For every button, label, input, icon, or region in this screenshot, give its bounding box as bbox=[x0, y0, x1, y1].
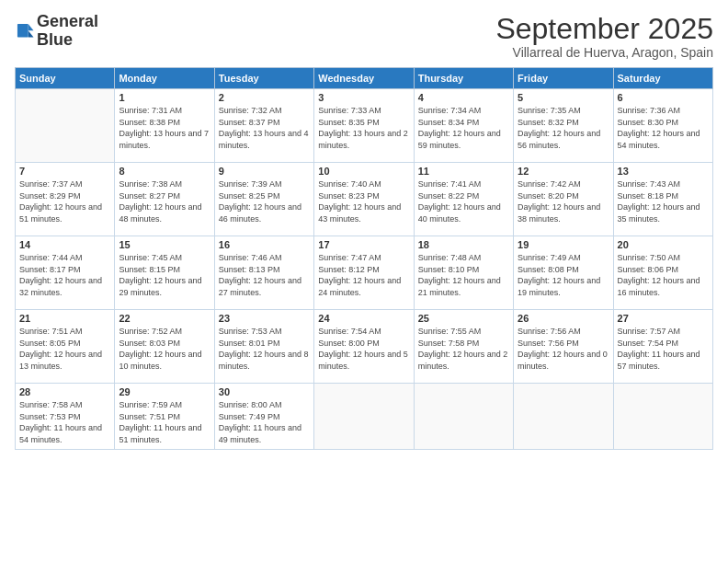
calendar-cell: 21Sunrise: 7:51 AM Sunset: 8:05 PM Dayli… bbox=[16, 310, 115, 384]
col-saturday: Saturday bbox=[613, 68, 712, 89]
day-number: 18 bbox=[418, 239, 509, 250]
calendar-week-3: 21Sunrise: 7:51 AM Sunset: 8:05 PM Dayli… bbox=[16, 310, 713, 384]
day-info: Sunrise: 7:55 AM Sunset: 7:58 PM Dayligh… bbox=[418, 326, 509, 372]
day-info: Sunrise: 7:58 AM Sunset: 7:53 PM Dayligh… bbox=[19, 399, 110, 445]
day-info: Sunrise: 7:33 AM Sunset: 8:35 PM Dayligh… bbox=[318, 105, 409, 151]
day-info: Sunrise: 7:48 AM Sunset: 8:10 PM Dayligh… bbox=[418, 252, 509, 298]
svg-marker-0 bbox=[28, 24, 34, 30]
day-number: 12 bbox=[518, 166, 609, 177]
day-info: Sunrise: 7:41 AM Sunset: 8:22 PM Dayligh… bbox=[418, 178, 509, 224]
day-number: 17 bbox=[318, 239, 409, 250]
calendar-cell bbox=[613, 384, 712, 449]
day-number: 20 bbox=[618, 239, 709, 250]
calendar-cell: 22Sunrise: 7:52 AM Sunset: 8:03 PM Dayli… bbox=[115, 310, 214, 384]
day-info: Sunrise: 7:40 AM Sunset: 8:23 PM Dayligh… bbox=[318, 178, 409, 224]
day-number: 4 bbox=[418, 92, 509, 103]
day-info: Sunrise: 7:35 AM Sunset: 8:32 PM Dayligh… bbox=[518, 105, 609, 151]
calendar-cell: 27Sunrise: 7:57 AM Sunset: 7:54 PM Dayli… bbox=[613, 310, 712, 384]
day-number: 27 bbox=[618, 313, 709, 324]
calendar-cell: 6Sunrise: 7:36 AM Sunset: 8:30 PM Daylig… bbox=[613, 89, 712, 163]
title-block: September 2025 Villarreal de Huerva, Ara… bbox=[495, 13, 713, 60]
col-friday: Friday bbox=[514, 68, 613, 89]
day-info: Sunrise: 7:54 AM Sunset: 8:00 PM Dayligh… bbox=[318, 326, 409, 372]
day-info: Sunrise: 7:56 AM Sunset: 7:56 PM Dayligh… bbox=[518, 326, 609, 372]
day-number: 6 bbox=[618, 92, 709, 103]
day-number: 5 bbox=[518, 92, 609, 103]
calendar-week-1: 7Sunrise: 7:37 AM Sunset: 8:29 PM Daylig… bbox=[16, 163, 713, 236]
calendar-cell: 3Sunrise: 7:33 AM Sunset: 8:35 PM Daylig… bbox=[314, 89, 414, 163]
day-info: Sunrise: 7:49 AM Sunset: 8:08 PM Dayligh… bbox=[518, 252, 609, 298]
header-row: Sunday Monday Tuesday Wednesday Thursday… bbox=[16, 68, 713, 89]
calendar-cell: 16Sunrise: 7:46 AM Sunset: 8:13 PM Dayli… bbox=[214, 236, 313, 310]
day-number: 23 bbox=[219, 313, 310, 324]
calendar-cell: 18Sunrise: 7:48 AM Sunset: 8:10 PM Dayli… bbox=[414, 236, 513, 310]
calendar-cell: 28Sunrise: 7:58 AM Sunset: 7:53 PM Dayli… bbox=[16, 384, 115, 449]
day-info: Sunrise: 7:38 AM Sunset: 8:27 PM Dayligh… bbox=[119, 178, 210, 224]
calendar-cell: 15Sunrise: 7:45 AM Sunset: 8:15 PM Dayli… bbox=[115, 236, 214, 310]
day-info: Sunrise: 7:34 AM Sunset: 8:34 PM Dayligh… bbox=[418, 105, 509, 151]
calendar-cell bbox=[514, 384, 613, 449]
day-number: 26 bbox=[518, 313, 609, 324]
day-info: Sunrise: 8:00 AM Sunset: 7:49 PM Dayligh… bbox=[219, 399, 310, 445]
day-info: Sunrise: 7:59 AM Sunset: 7:51 PM Dayligh… bbox=[119, 399, 210, 445]
day-info: Sunrise: 7:51 AM Sunset: 8:05 PM Dayligh… bbox=[19, 326, 110, 372]
calendar-cell: 10Sunrise: 7:40 AM Sunset: 8:23 PM Dayli… bbox=[314, 163, 414, 236]
calendar-cell: 4Sunrise: 7:34 AM Sunset: 8:34 PM Daylig… bbox=[414, 89, 513, 163]
col-tuesday: Tuesday bbox=[214, 68, 313, 89]
calendar-week-4: 28Sunrise: 7:58 AM Sunset: 7:53 PM Dayli… bbox=[16, 384, 713, 449]
logo-text: General Blue bbox=[37, 13, 98, 50]
day-number: 25 bbox=[418, 313, 509, 324]
day-number: 3 bbox=[318, 92, 409, 103]
location: Villarreal de Huerva, Aragon, Spain bbox=[495, 45, 713, 60]
day-number: 14 bbox=[19, 239, 110, 250]
svg-marker-1 bbox=[28, 30, 34, 37]
calendar-cell: 23Sunrise: 7:53 AM Sunset: 8:01 PM Dayli… bbox=[214, 310, 313, 384]
logo-line2: Blue bbox=[37, 31, 98, 50]
col-monday: Monday bbox=[115, 68, 214, 89]
day-info: Sunrise: 7:31 AM Sunset: 8:38 PM Dayligh… bbox=[119, 105, 210, 151]
calendar-cell: 17Sunrise: 7:47 AM Sunset: 8:12 PM Dayli… bbox=[314, 236, 414, 310]
calendar-week-0: 1Sunrise: 7:31 AM Sunset: 8:38 PM Daylig… bbox=[16, 89, 713, 163]
logo-icon bbox=[15, 21, 35, 41]
calendar-cell: 14Sunrise: 7:44 AM Sunset: 8:17 PM Dayli… bbox=[16, 236, 115, 310]
day-info: Sunrise: 7:44 AM Sunset: 8:17 PM Dayligh… bbox=[19, 252, 110, 298]
calendar-cell: 1Sunrise: 7:31 AM Sunset: 8:38 PM Daylig… bbox=[115, 89, 214, 163]
calendar-cell: 25Sunrise: 7:55 AM Sunset: 7:58 PM Dayli… bbox=[414, 310, 513, 384]
day-number: 19 bbox=[518, 239, 609, 250]
day-info: Sunrise: 7:36 AM Sunset: 8:30 PM Dayligh… bbox=[618, 105, 709, 151]
col-sunday: Sunday bbox=[16, 68, 115, 89]
day-number: 8 bbox=[119, 166, 210, 177]
day-info: Sunrise: 7:45 AM Sunset: 8:15 PM Dayligh… bbox=[119, 252, 210, 298]
day-info: Sunrise: 7:52 AM Sunset: 8:03 PM Dayligh… bbox=[119, 326, 210, 372]
day-info: Sunrise: 7:50 AM Sunset: 8:06 PM Dayligh… bbox=[618, 252, 709, 298]
calendar-week-2: 14Sunrise: 7:44 AM Sunset: 8:17 PM Dayli… bbox=[16, 236, 713, 310]
svg-rect-2 bbox=[17, 24, 28, 38]
page: General Blue September 2025 Villarreal d… bbox=[0, 0, 728, 563]
calendar-cell: 12Sunrise: 7:42 AM Sunset: 8:20 PM Dayli… bbox=[514, 163, 613, 236]
day-info: Sunrise: 7:42 AM Sunset: 8:20 PM Dayligh… bbox=[518, 178, 609, 224]
calendar-cell bbox=[414, 384, 513, 449]
calendar-cell bbox=[16, 89, 115, 163]
day-number: 13 bbox=[618, 166, 709, 177]
day-info: Sunrise: 7:37 AM Sunset: 8:29 PM Dayligh… bbox=[19, 178, 110, 224]
day-number: 11 bbox=[418, 166, 509, 177]
calendar-cell: 19Sunrise: 7:49 AM Sunset: 8:08 PM Dayli… bbox=[514, 236, 613, 310]
calendar-cell: 30Sunrise: 8:00 AM Sunset: 7:49 PM Dayli… bbox=[214, 384, 313, 449]
calendar-cell: 8Sunrise: 7:38 AM Sunset: 8:27 PM Daylig… bbox=[115, 163, 214, 236]
day-number: 28 bbox=[19, 386, 110, 397]
day-number: 2 bbox=[219, 92, 310, 103]
day-number: 1 bbox=[119, 92, 210, 103]
day-number: 29 bbox=[119, 386, 210, 397]
day-info: Sunrise: 7:43 AM Sunset: 8:18 PM Dayligh… bbox=[618, 178, 709, 224]
calendar-cell: 11Sunrise: 7:41 AM Sunset: 8:22 PM Dayli… bbox=[414, 163, 513, 236]
calendar-table: Sunday Monday Tuesday Wednesday Thursday… bbox=[15, 67, 713, 449]
day-number: 7 bbox=[19, 166, 110, 177]
calendar-cell bbox=[314, 384, 414, 449]
day-number: 22 bbox=[119, 313, 210, 324]
calendar-cell: 24Sunrise: 7:54 AM Sunset: 8:00 PM Dayli… bbox=[314, 310, 414, 384]
calendar-cell: 5Sunrise: 7:35 AM Sunset: 8:32 PM Daylig… bbox=[514, 89, 613, 163]
day-info: Sunrise: 7:32 AM Sunset: 8:37 PM Dayligh… bbox=[219, 105, 310, 151]
calendar-cell: 9Sunrise: 7:39 AM Sunset: 8:25 PM Daylig… bbox=[214, 163, 313, 236]
logo-line1: General bbox=[37, 13, 98, 31]
col-wednesday: Wednesday bbox=[314, 68, 414, 89]
